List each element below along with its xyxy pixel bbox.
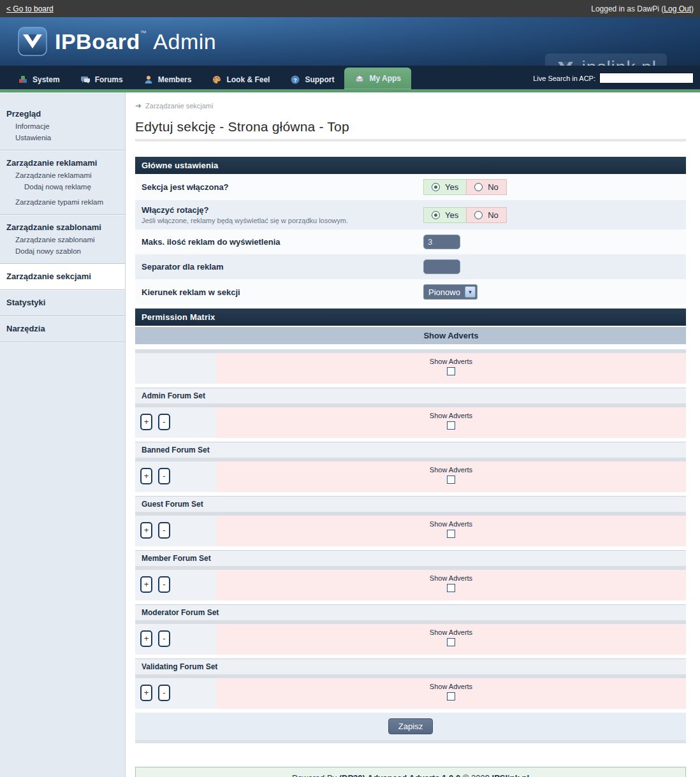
show-adverts-label: Show Adverts [216, 358, 686, 365]
tab-system[interactable]: System [8, 69, 70, 89]
show-adverts-cell: Show Adverts [216, 353, 686, 384]
ipslink-link[interactable]: IPSlink.pl [492, 773, 530, 777]
show-adverts-checkbox[interactable] [447, 530, 455, 538]
sidebar-heading-statystyki[interactable]: Statystyki [0, 296, 125, 309]
row-tools-cell: + - [135, 516, 216, 546]
show-adverts-checkbox[interactable] [447, 584, 455, 592]
collapse-button[interactable]: - [158, 576, 170, 593]
brand-suffix: Admin [153, 29, 216, 54]
expand-button[interactable]: + [140, 414, 152, 430]
yes-radio[interactable] [432, 183, 440, 191]
show-adverts-checkbox[interactable] [447, 638, 455, 646]
yes-option[interactable]: Yes [423, 179, 466, 195]
support-icon: ? [290, 75, 300, 85]
sidebar-item-zarzadzanie-szablonami[interactable]: Zarządzanie szablonami [0, 234, 125, 245]
show-adverts-checkbox[interactable] [447, 421, 455, 430]
logged-in-text: Logged in as DawPi ( [591, 4, 664, 13]
live-search-label: Live Search in ACP: [533, 75, 595, 82]
max-adverts-input[interactable] [423, 235, 460, 249]
show-adverts-checkbox[interactable] [447, 367, 455, 375]
sidebar-heading-zarzadzanie-szablonami[interactable]: Zarządzanie szablonami [0, 221, 125, 234]
row-tools-cell [135, 353, 216, 384]
collapse-button[interactable]: - [158, 685, 170, 701]
no-radio[interactable] [474, 211, 483, 219]
collapse-button[interactable]: - [158, 630, 170, 647]
sidebar-item-zarzadzanie-reklamami[interactable]: Zarządzanie reklamami [0, 170, 125, 181]
expand-button[interactable]: + [140, 468, 152, 484]
tab-my-apps[interactable]: My Apps [344, 68, 411, 89]
expand-button[interactable]: + [140, 630, 152, 647]
no-label: No [488, 210, 499, 220]
direction-select[interactable]: Pionowo ▼ [423, 284, 478, 300]
brand-title: IPBoard™ Admin [55, 27, 216, 56]
logout-link[interactable]: Log Out [664, 4, 691, 13]
collapse-button[interactable]: - [158, 522, 170, 539]
sidebar-group-narzedzia: Narzędzia [0, 316, 125, 342]
collapse-button[interactable]: - [158, 414, 170, 430]
no-option[interactable]: No [466, 179, 507, 195]
direction-select-value: Pionowo [428, 287, 465, 297]
top-bar: < Go to board Logged in as DawPi (Log Ou… [0, 0, 700, 17]
save-row: Zapisz [135, 713, 686, 743]
breadcrumb[interactable]: ➜ Zarządzanie sekcjami [135, 101, 700, 110]
row-tools-cell: + - [135, 570, 216, 600]
sidebar-item-dodaj-nowy-szablon[interactable]: Dodaj nowy szablon [0, 245, 125, 257]
sidebar-item-informacje[interactable]: Informacje [0, 120, 125, 132]
forum-set-label-admin: Admin Forum Set [135, 388, 686, 403]
sidebar-item-ustawienia[interactable]: Ustawienia [0, 132, 125, 143]
sidebar-item-zarzadzanie-typami-reklam[interactable]: Zarządzanie typami reklam [0, 196, 125, 208]
tab-forums-label: Forums [95, 75, 123, 84]
show-adverts-cell: Show Adverts [216, 461, 686, 492]
sidebar-heading-narzedzia[interactable]: Narzędzia [0, 322, 125, 335]
sidebar-heading-przeglad[interactable]: Przegląd [0, 107, 125, 120]
tab-forums[interactable]: Forums [70, 69, 133, 89]
show-adverts-cell: Show Adverts [216, 678, 686, 709]
look-feel-icon [212, 75, 222, 85]
yes-radio[interactable] [432, 211, 440, 219]
sidebar-item-dodaj-nowa-reklame[interactable]: Dodaj nową reklamę [0, 181, 125, 192]
tab-system-label: System [33, 75, 60, 84]
page-title: Edytuj sekcję - Strona główna - Top [135, 119, 700, 134]
logged-in-status: Logged in as DawPi (Log Out) [591, 4, 694, 13]
field-label: Maks. ilość reklam do wyświetlenia [142, 237, 423, 247]
expand-button[interactable]: + [140, 576, 152, 593]
rotation-toggle: Yes No [423, 207, 507, 223]
tab-support-label: Support [305, 75, 334, 84]
powered-by-text: Powered By [292, 773, 339, 777]
show-adverts-checkbox[interactable] [447, 692, 455, 701]
breadcrumb-label: Zarządzanie sekcjami [145, 102, 213, 110]
show-adverts-label: Show Adverts [216, 683, 686, 690]
live-search-input[interactable] [599, 73, 694, 84]
no-radio[interactable] [474, 183, 483, 191]
expand-button[interactable]: + [140, 522, 152, 539]
expand-button[interactable]: + [140, 685, 152, 701]
show-adverts-cell: Show Adverts [216, 624, 686, 655]
save-button[interactable]: Zapisz [388, 718, 433, 734]
general-settings-header: Główne ustawienia [135, 157, 686, 174]
sidebar-group-reklamy: Zarządzanie reklamami Zarządzanie reklam… [0, 150, 125, 215]
collapse-button[interactable]: - [158, 468, 170, 484]
my-apps-icon [354, 73, 365, 84]
permission-row-validating: + - Show Adverts [135, 678, 686, 709]
forum-set-label-guest: Guest Forum Set [135, 496, 686, 512]
sidebar-heading-zarzadzanie-sekcjami[interactable]: Zarządzanie sekcjami [0, 270, 125, 283]
separator-input[interactable] [423, 259, 460, 274]
yes-option[interactable]: Yes [423, 207, 466, 223]
no-option[interactable]: No [466, 207, 507, 223]
tab-support[interactable]: ? Support [280, 69, 344, 89]
permission-row-admin: + - Show Adverts [135, 407, 686, 438]
show-adverts-checkbox[interactable] [447, 476, 455, 484]
field-label: Włączyć rotację? [142, 205, 423, 215]
forum-set-label-validating: Validating Forum Set [135, 658, 686, 674]
field-description: Jeśli włączone, reklamy będą wyświetlać … [142, 217, 423, 224]
sidebar-heading-zarzadzanie-reklamami[interactable]: Zarządzanie reklamami [0, 156, 125, 170]
powered-by-copyright: © 2009 [460, 773, 492, 777]
go-to-board-link[interactable]: < Go to board [6, 4, 54, 13]
no-label: No [488, 182, 499, 192]
tab-look-feel[interactable]: Look & Feel [201, 69, 280, 89]
forum-set-label-moderator: Moderator Forum Set [135, 604, 686, 620]
form-row-section-enabled: Sekcja jest włączona? Yes No [135, 174, 686, 200]
tab-members[interactable]: Members [133, 69, 202, 89]
sidebar-group-przeglad: Przegląd Informacje Ustawienia [0, 101, 125, 150]
tab-look-feel-label: Look & Feel [226, 75, 270, 84]
